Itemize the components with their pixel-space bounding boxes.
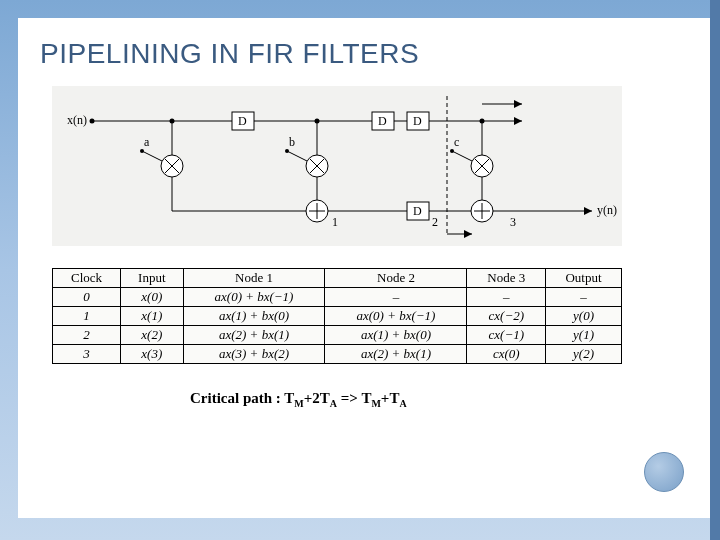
table-cell: ax(0) + bx(−1) (325, 307, 467, 326)
table-cell: 2 (53, 326, 121, 345)
table-cell: ax(0) + bx(−1) (183, 288, 325, 307)
table-cell: – (325, 288, 467, 307)
svg-text:D: D (413, 114, 422, 128)
svg-text:3: 3 (510, 215, 516, 229)
table-cell: cx(−2) (467, 307, 546, 326)
timing-table: Clock Input Node 1 Node 2 Node 3 Output … (52, 268, 622, 364)
table-header-row: Clock Input Node 1 Node 2 Node 3 Output (53, 269, 622, 288)
svg-line-32 (452, 151, 472, 161)
table-cell: y(1) (546, 326, 622, 345)
table-cell: x(3) (121, 345, 183, 364)
svg-marker-39 (584, 207, 592, 215)
page-title: PIPELINING IN FIR FILTERS (40, 38, 688, 70)
svg-text:b: b (289, 135, 295, 149)
table-cell: ax(2) + bx(1) (325, 345, 467, 364)
table-cell: ax(1) + bx(0) (325, 326, 467, 345)
table-row: 3x(3)ax(3) + bx(2)ax(2) + bx(1)cx(0)y(2) (53, 345, 622, 364)
table-cell: – (546, 288, 622, 307)
svg-text:D: D (378, 114, 387, 128)
svg-point-30 (285, 149, 289, 153)
critical-path-text: Critical path : TM+2TA => TM+TA (190, 390, 688, 409)
table-cell: ax(1) + bx(0) (183, 307, 325, 326)
decorative-sphere-icon (644, 452, 684, 492)
svg-text:c: c (454, 135, 459, 149)
svg-text:a: a (144, 135, 150, 149)
table-cell: cx(0) (467, 345, 546, 364)
svg-point-1 (90, 119, 95, 124)
table-cell: cx(−1) (467, 326, 546, 345)
svg-line-26 (142, 151, 162, 161)
svg-marker-11 (514, 117, 522, 125)
svg-line-29 (287, 151, 307, 161)
table-cell: x(0) (121, 288, 183, 307)
table-cell: x(2) (121, 326, 183, 345)
th-node1: Node 1 (183, 269, 325, 288)
side-accent (710, 0, 720, 540)
svg-text:2: 2 (432, 215, 438, 229)
svg-text:1: 1 (332, 215, 338, 229)
table-cell: – (467, 288, 546, 307)
table-cell: 0 (53, 288, 121, 307)
table-cell: 3 (53, 345, 121, 364)
svg-text:D: D (238, 114, 247, 128)
input-label: x(n) (67, 113, 87, 127)
table-cell: ax(3) + bx(2) (183, 345, 325, 364)
th-node2: Node 2 (325, 269, 467, 288)
th-output: Output (546, 269, 622, 288)
svg-text:D: D (413, 204, 422, 218)
table-row: 0x(0)ax(0) + bx(−1)––– (53, 288, 622, 307)
table-cell: y(0) (546, 307, 622, 326)
table-cell: ax(2) + bx(1) (183, 326, 325, 345)
svg-text:y(n): y(n) (597, 203, 617, 217)
th-clock: Clock (53, 269, 121, 288)
table-cell: x(1) (121, 307, 183, 326)
table-cell: 1 (53, 307, 121, 326)
table-row: 1x(1)ax(1) + bx(0)ax(0) + bx(−1)cx(−2)y(… (53, 307, 622, 326)
fir-diagram: x(n) D D D (52, 86, 622, 246)
table-row: 2x(2)ax(2) + bx(1)ax(1) + bx(0)cx(−1)y(1… (53, 326, 622, 345)
svg-marker-54 (464, 230, 472, 238)
svg-point-27 (140, 149, 144, 153)
th-input: Input (121, 269, 183, 288)
th-node3: Node 3 (467, 269, 546, 288)
table-cell: y(2) (546, 345, 622, 364)
slide-content: PIPELINING IN FIR FILTERS x(n) D D D (18, 18, 710, 518)
svg-point-33 (450, 149, 454, 153)
